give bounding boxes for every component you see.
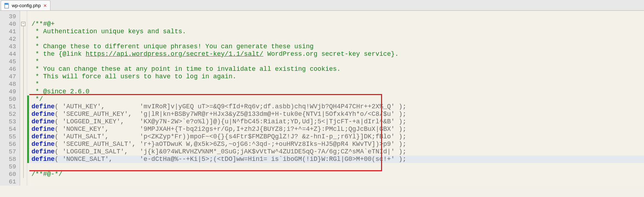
line-number: 57 <box>0 148 20 156</box>
line-number: 61 <box>0 178 20 186</box>
code-line[interactable]: * This will force all users to have to l… <box>29 73 644 80</box>
code-area[interactable]: /**#@+ * Authentication unique keys and … <box>29 11 644 186</box>
line-number: 46 <box>0 65 20 73</box>
line-number: 41 <box>0 28 20 35</box>
line-number: 44 <box>0 50 20 58</box>
doc-link[interactable]: https://api.wordpress.org/secret-key/1.1… <box>86 50 263 58</box>
code-line[interactable]: * @since 2.6.0 <box>29 88 644 95</box>
line-number: 43 <box>0 43 20 50</box>
line-number: 47 <box>0 73 20 80</box>
code-line[interactable] <box>29 13 644 20</box>
code-line[interactable]: * Authentication unique keys and salts. <box>29 28 644 35</box>
line-number-gutter[interactable]: 3940414243444546474849505152535455565758… <box>0 11 20 186</box>
code-line[interactable]: * <box>29 80 644 88</box>
change-mark <box>27 95 29 163</box>
code-line[interactable]: /**#@+ <box>29 20 644 28</box>
code-line[interactable]: define( 'NONCE_KEY', '9MPJXAH+{T-bq2i2gs… <box>29 125 644 133</box>
file-icon <box>4 3 10 9</box>
line-number: 58 <box>0 156 20 163</box>
line-number: 51 <box>0 103 20 110</box>
fold-column[interactable]: − <box>20 11 27 186</box>
editor-pane: 3940414243444546474849505152535455565758… <box>0 11 644 186</box>
line-number: 50 <box>0 95 20 103</box>
file-tab-label: wp-config.php <box>12 3 41 8</box>
code-line[interactable]: * Change these to different unique phras… <box>29 43 644 50</box>
line-number: 52 <box>0 110 20 118</box>
line-number: 40 <box>0 20 20 28</box>
close-icon[interactable]: ✕ <box>43 4 47 8</box>
code-line[interactable]: define( 'SECURE_AUTH_KEY', 'g|lR|kn+BSBy… <box>29 110 644 118</box>
code-line[interactable]: * You can change these at any point in t… <box>29 65 644 73</box>
code-line[interactable] <box>29 163 644 171</box>
line-number: 48 <box>0 80 20 88</box>
code-line[interactable]: * <box>29 35 644 43</box>
fold-guide <box>23 26 24 178</box>
line-number: 60 <box>0 171 20 178</box>
line-number: 59 <box>0 163 20 171</box>
line-number: 39 <box>0 13 20 20</box>
code-line[interactable]: define( 'LOGGED_IN_SALT', 'j{k]&0?4WLRVH… <box>29 148 644 156</box>
tab-bar: wp-config.php ✕ <box>0 0 644 11</box>
line-number: 42 <box>0 35 20 43</box>
code-line[interactable]: define( 'AUTH_KEY', 'mvIRoR]v|yGEQ uT>=&… <box>29 103 644 110</box>
code-line[interactable] <box>29 178 644 186</box>
fold-toggle-icon[interactable]: − <box>21 22 25 26</box>
line-number: 49 <box>0 88 20 95</box>
code-line[interactable]: * the {@link https://api.wordpress.org/s… <box>29 50 644 58</box>
code-line[interactable]: define( 'SECURE_AUTH_SALT', 'r+}aOTDwuK … <box>29 141 644 148</box>
line-number: 45 <box>0 58 20 65</box>
code-line[interactable]: /**#@-*/ <box>29 171 644 178</box>
line-number: 53 <box>0 118 20 125</box>
line-number: 54 <box>0 125 20 133</box>
code-line[interactable]: * <box>29 58 644 65</box>
code-line[interactable]: define( 'NONCE_SALT', 'e-dCtHa@%--+Ki|5>… <box>29 156 644 163</box>
file-tab[interactable]: wp-config.php ✕ <box>1 0 50 10</box>
line-number: 55 <box>0 133 20 141</box>
code-line[interactable]: define( 'LOGGED_IN_KEY', 'KX@y7N-2W>`e?o… <box>29 118 644 125</box>
code-line[interactable]: */ <box>29 95 644 103</box>
line-number: 56 <box>0 141 20 148</box>
code-line[interactable]: define( 'AUTH_SALT', 'p<ZKZyp*Fr))mpoF~<… <box>29 133 644 141</box>
